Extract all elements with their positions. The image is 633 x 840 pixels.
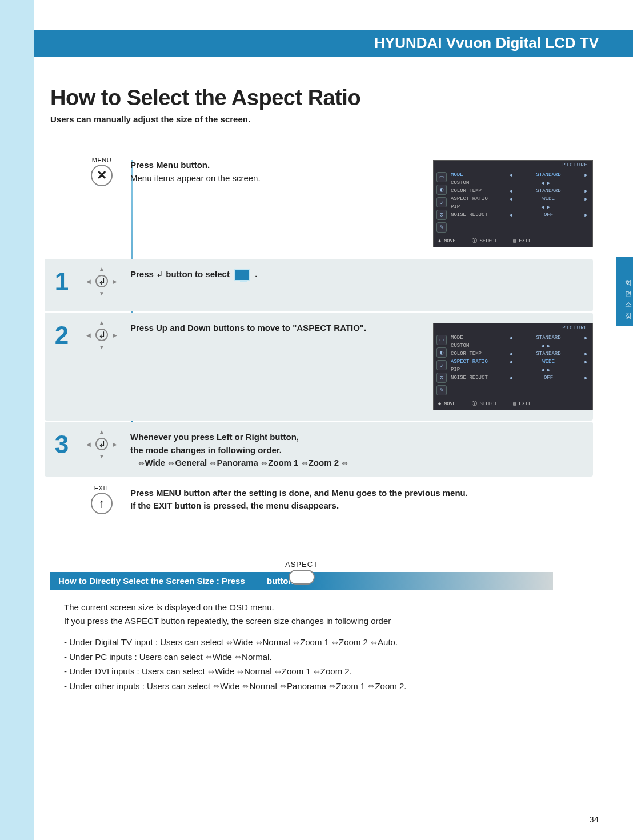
step-1: 1 ▲▼ ◀▶ ↲ Press ↲ button to select . xyxy=(45,259,593,311)
left-decorative-strip xyxy=(0,0,34,840)
header-title: HYUNDAI Vvuon Digital LCD TV xyxy=(374,34,599,51)
osd-side-icons: ▭◐♪⌀✎ xyxy=(434,333,450,398)
page-title: How to Select the Aspect Ratio xyxy=(50,86,360,110)
osd-panel-1: PICTURE ▭◐♪⌀✎ MODE◀STANDARD▶CUSTOM◀ ▶COL… xyxy=(433,160,593,247)
steps-area: MENU ✕ Press Menu button. Menu items app… xyxy=(45,150,593,530)
osd-row: COLOR TEMP◀STANDARD▶ xyxy=(451,350,589,358)
osd-row: NOISE REDUCT◀OFF▶ xyxy=(451,374,589,382)
dpad-icon: ▲▼ ◀▶ ↲ xyxy=(86,266,117,297)
step-menu: MENU ✕ Press Menu button. Menu items app… xyxy=(45,150,593,258)
osd-panel-2: PICTURE ▭◐♪⌀✎ MODE◀STANDARD▶CUSTOM◀ ▶COL… xyxy=(433,323,593,410)
page-subtitle: Users can manually adjust the size of th… xyxy=(50,114,250,124)
bottom-section: ASPECT How to Directly Select the Screen… xyxy=(50,560,553,693)
osd-side-icons: ▭◐♪⌀✎ xyxy=(434,170,450,235)
osd-row: COLOR TEMP◀STANDARD▶ xyxy=(451,187,589,195)
menu-icon-label: MENU xyxy=(92,157,111,163)
list-item: - Under Digital TV input : Users can sel… xyxy=(64,635,553,650)
step-exit: EXIT ↑ Press MENU button after the setti… xyxy=(45,478,593,530)
list-item: - Under PC inputs : Users can select ⇔Wi… xyxy=(64,650,553,665)
step-exit-line2: If the EXIT button is pressed, the menu … xyxy=(130,501,339,510)
step-2-num: 2 xyxy=(45,319,79,348)
step-exit-line1: Press MENU button after the setting is d… xyxy=(130,488,468,498)
osd-row: MODE◀STANDARD▶ xyxy=(451,171,589,179)
picture-menu-icon xyxy=(234,269,250,281)
aspect-label: ASPECT xyxy=(50,560,553,569)
dpad-icon: ▲▼ ◀▶ ↲ xyxy=(86,319,117,350)
bottom-line2: If you press the ASPECT button repeatedl… xyxy=(64,616,391,626)
osd-row: NOISE REDUCT◀OFF▶ xyxy=(451,211,589,219)
step2-text: Press Up and Down buttons to move to "AS… xyxy=(130,323,366,333)
step1-pre: Press xyxy=(130,269,156,279)
step-menu-line2: Menu items appear on the screen. xyxy=(130,173,261,183)
step1-post: . xyxy=(255,269,257,279)
osd-row: MODE◀STANDARD▶ xyxy=(451,334,589,342)
osd-row: CUSTOM◀ ▶ xyxy=(451,342,589,350)
osd2-title: PICTURE xyxy=(434,323,592,333)
bottom-line1: The current screen size is displayed on … xyxy=(64,602,274,612)
osd-row: PIP◀ ▶ xyxy=(451,203,589,211)
dpad-icon: ▲▼ ◀▶ ↲ xyxy=(86,429,117,459)
page-number: 34 xyxy=(589,814,599,824)
list-item: - Under DVI inputs : Users can select ⇔W… xyxy=(64,664,553,679)
exit-button-icon: ↑ xyxy=(91,493,113,514)
list-item: - Under other inputs : Users can select … xyxy=(64,679,553,694)
side-tab: 화 면 조 정 xyxy=(616,257,633,326)
step3-line2: the mode changes in following order. xyxy=(130,445,282,455)
osd-row: ASPECT RATIO◀WIDE▶ xyxy=(451,358,589,366)
osd-row: CUSTOM◀ ▶ xyxy=(451,179,589,187)
bar-pre: How to Directly Select the Screen Size :… xyxy=(58,576,245,586)
step3-line1: Whenever you press Left or Right button, xyxy=(130,432,299,442)
header-bar: HYUNDAI Vvuon Digital LCD TV xyxy=(34,30,633,57)
step1-mid: button to select xyxy=(166,269,232,279)
step-1-num: 1 xyxy=(45,266,79,294)
step-menu-line1: Press Menu button. xyxy=(130,160,210,170)
osd1-title: PICTURE xyxy=(434,161,592,170)
enter-icon: ↲ xyxy=(156,268,163,281)
bullets-list: - Under Digital TV input : Users can sel… xyxy=(50,628,553,693)
osd-row: ASPECT RATIO◀WIDE▶ xyxy=(451,195,589,203)
exit-icon-label: EXIT xyxy=(94,485,109,491)
menu-button-icon: ✕ xyxy=(91,165,113,186)
aspect-button-icon xyxy=(289,570,315,585)
osd-row: PIP◀ ▶ xyxy=(451,366,589,374)
step-3: 3 ▲▼ ◀▶ ↲ Whenever you press Left or Rig… xyxy=(45,422,593,477)
step-3-num: 3 xyxy=(45,429,79,457)
step-2: 2 ▲▼ ◀▶ ↲ Press Up and Down buttons to m… xyxy=(45,313,593,421)
step3-modes: ⇔Wide ⇔General ⇔Panorama ⇔Zoom 1 ⇔Zoom 2… xyxy=(130,458,348,467)
